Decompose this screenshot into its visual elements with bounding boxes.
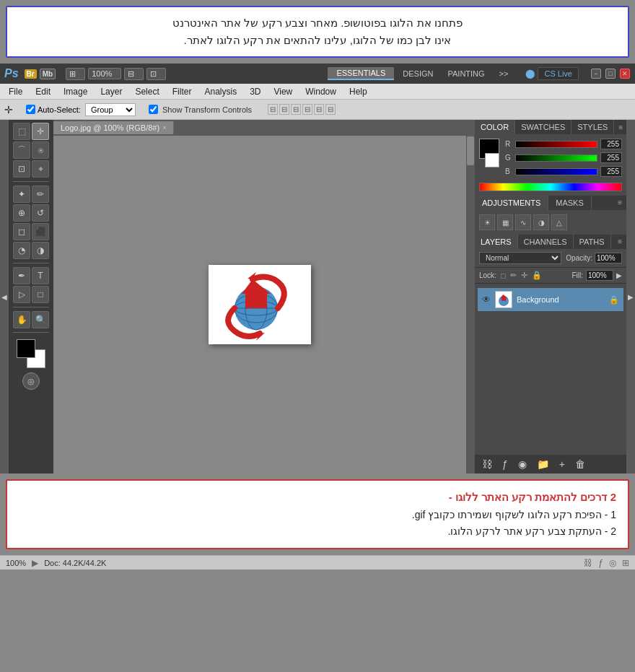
layers-panel-menu-btn[interactable]: ≡ bbox=[613, 235, 626, 249]
arrange-dropdown[interactable]: ⊟ bbox=[124, 68, 144, 80]
view-dropdown[interactable]: ⊞ bbox=[66, 68, 85, 80]
menu-window[interactable]: Window bbox=[299, 85, 342, 98]
green-value-input[interactable] bbox=[600, 152, 622, 163]
lasso-tool[interactable]: ⌒ bbox=[13, 141, 30, 159]
br-badge[interactable]: Br bbox=[25, 69, 37, 79]
nav-essentials-btn[interactable]: ESSENTIALS bbox=[328, 67, 394, 80]
blue-slider-track[interactable] bbox=[515, 168, 597, 175]
type-tool[interactable]: T bbox=[32, 267, 49, 284]
red-slider-track[interactable] bbox=[515, 141, 597, 148]
brightness-adj-icon[interactable]: ☀ bbox=[479, 214, 495, 230]
zoom-dropdown[interactable]: 100% bbox=[88, 68, 121, 79]
heal-tool[interactable]: ✦ bbox=[13, 186, 30, 203]
layer-visibility-icon[interactable]: 👁 bbox=[482, 294, 491, 305]
add-style-btn[interactable]: ƒ bbox=[499, 458, 511, 470]
menu-view[interactable]: View bbox=[268, 85, 298, 98]
zoom-tool[interactable]: 🔍 bbox=[32, 311, 49, 328]
align-icon-2[interactable]: ⊟ bbox=[279, 104, 289, 115]
menu-layer[interactable]: Layer bbox=[95, 85, 128, 98]
lock-all-icon[interactable]: 🔒 bbox=[532, 271, 542, 280]
hand-tool[interactable]: ✋ bbox=[13, 311, 30, 328]
menu-file[interactable]: File bbox=[3, 85, 28, 98]
marquee-tool[interactable]: ⬚ bbox=[13, 123, 30, 140]
layers-tab[interactable]: LAYERS bbox=[475, 235, 518, 249]
pen-tool[interactable]: ✒ bbox=[13, 267, 30, 284]
menu-3d[interactable]: 3D bbox=[244, 85, 266, 98]
right-expand-col[interactable]: ▶ bbox=[626, 120, 635, 474]
magic-wand-tool[interactable]: ⍟ bbox=[32, 141, 49, 159]
align-icon-4[interactable]: ⊟ bbox=[302, 104, 312, 115]
fill-arrow-btn[interactable]: ▶ bbox=[616, 271, 622, 279]
shape-tool[interactable]: □ bbox=[32, 286, 49, 303]
menu-help[interactable]: Help bbox=[343, 85, 373, 98]
lock-transparency-icon[interactable]: □ bbox=[501, 271, 506, 280]
show-transform-checkbox[interactable] bbox=[149, 105, 158, 114]
menu-analysis[interactable]: Analysis bbox=[198, 85, 242, 98]
delete-layer-btn[interactable]: 🗑 bbox=[572, 458, 588, 470]
eraser-tool[interactable]: ◻ bbox=[13, 223, 30, 240]
nav-design-btn[interactable]: DESIGN bbox=[397, 68, 439, 79]
dodge-tool[interactable]: ◑ bbox=[32, 242, 49, 259]
fill-tool[interactable]: ⬛ bbox=[32, 223, 49, 240]
curves-adj-icon[interactable]: ∿ bbox=[515, 214, 531, 230]
add-mask-btn[interactable]: ◉ bbox=[515, 458, 530, 470]
blend-mode-dropdown[interactable]: Normal bbox=[479, 252, 561, 264]
move-tool[interactable]: ✛ bbox=[32, 123, 49, 140]
blue-value-input[interactable] bbox=[600, 166, 622, 177]
cs-live-btn[interactable]: CS Live bbox=[538, 67, 579, 80]
masks-tab[interactable]: MASKS bbox=[548, 196, 592, 210]
blur-tool[interactable]: ◔ bbox=[13, 242, 30, 259]
menu-image[interactable]: Image bbox=[58, 85, 93, 98]
red-value-input[interactable] bbox=[600, 139, 622, 149]
auto-select-dropdown[interactable]: Group bbox=[85, 103, 136, 116]
adj-panel-menu-btn[interactable]: ≡ bbox=[613, 196, 626, 210]
foreground-color-box[interactable] bbox=[17, 339, 35, 358]
exposure-adj-icon[interactable]: ◑ bbox=[533, 214, 549, 230]
opacity-input[interactable] bbox=[595, 253, 622, 263]
align-icon-1[interactable]: ⊟ bbox=[268, 104, 278, 115]
align-icon-6[interactable]: ⊟ bbox=[325, 104, 336, 115]
create-layer-btn[interactable]: + bbox=[556, 458, 568, 470]
fill-input[interactable] bbox=[586, 270, 613, 281]
crop-tool[interactable]: ⊡ bbox=[13, 160, 30, 178]
menu-select[interactable]: Select bbox=[129, 85, 165, 98]
levels-adj-icon[interactable]: ▦ bbox=[497, 214, 513, 230]
path-select-tool[interactable]: ▷ bbox=[13, 286, 30, 303]
hsl-adj-icon[interactable]: △ bbox=[551, 214, 567, 230]
align-icon-3[interactable]: ⊟ bbox=[291, 104, 301, 115]
channels-tab[interactable]: CHANNELS bbox=[518, 235, 574, 249]
scroll-thumb[interactable] bbox=[467, 136, 474, 165]
adjustments-tab[interactable]: ADJUSTMENTS bbox=[475, 196, 548, 210]
lock-paint-icon[interactable]: ✏ bbox=[510, 271, 517, 280]
brush-tool[interactable]: ✏ bbox=[32, 186, 49, 203]
swatches-tab[interactable]: SWATCHES bbox=[515, 120, 572, 134]
link-layers-btn[interactable]: ⛓ bbox=[479, 458, 495, 470]
menu-filter[interactable]: Filter bbox=[167, 85, 198, 98]
vertical-scrollbar[interactable] bbox=[466, 136, 475, 474]
history-tool[interactable]: ↺ bbox=[32, 204, 49, 222]
green-slider-track[interactable] bbox=[515, 154, 597, 162]
align-icon-5[interactable]: ⊟ bbox=[314, 104, 324, 115]
background-layer-row[interactable]: 👁 Background 🔒 bbox=[478, 288, 623, 311]
doc-tab-close[interactable]: × bbox=[162, 124, 166, 131]
quick-mask-tool[interactable]: ◎ bbox=[22, 372, 40, 390]
stamp-tool[interactable]: ⊕ bbox=[13, 204, 30, 222]
color-boxes[interactable] bbox=[17, 339, 45, 368]
win-close-btn[interactable]: ✕ bbox=[620, 69, 630, 79]
auto-select-checkbox[interactable] bbox=[26, 105, 35, 114]
color-spectrum[interactable] bbox=[479, 183, 622, 191]
lock-move-icon[interactable]: ✛ bbox=[521, 271, 527, 280]
paths-tab[interactable]: PATHS bbox=[574, 235, 611, 249]
color-tab[interactable]: COLOR bbox=[475, 120, 515, 134]
menu-edit[interactable]: Edit bbox=[30, 85, 56, 98]
color-panel-menu-btn[interactable]: ≡ bbox=[614, 121, 627, 134]
create-group-btn[interactable]: 📁 bbox=[534, 458, 552, 470]
mb-badge[interactable]: Mb bbox=[40, 69, 56, 79]
bg-color-swatch[interactable] bbox=[485, 153, 499, 167]
nav-more-btn[interactable]: >> bbox=[494, 68, 514, 79]
eyedropper-tool[interactable]: ⌖ bbox=[32, 160, 49, 178]
layout-dropdown[interactable]: ⊡ bbox=[146, 68, 166, 80]
win-min-btn[interactable]: − bbox=[591, 69, 601, 79]
nav-painting-btn[interactable]: PAINTING bbox=[442, 68, 490, 79]
win-max-btn[interactable]: □ bbox=[605, 69, 616, 79]
